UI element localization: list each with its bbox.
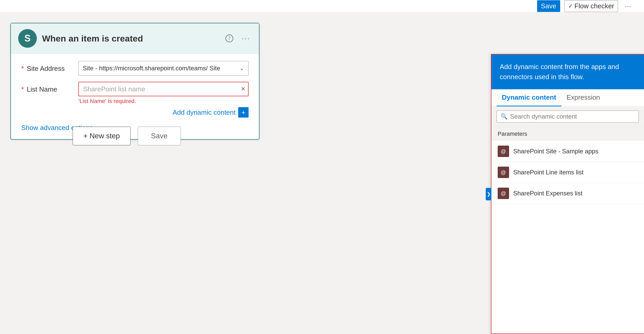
flow-checker-label: Flow checker [574, 2, 614, 10]
search-icon: 🔍 [501, 113, 508, 120]
list-item[interactable]: @ SharePoint Site - Sample apps [491, 141, 644, 162]
help-button[interactable]: ? [224, 33, 235, 44]
param-label-1: SharePoint Line items list [513, 169, 584, 176]
flow-card: S When an item is created ? ··· * [10, 23, 259, 140]
panel-content: Parameters @ SharePoint Site - Sample ap… [491, 127, 644, 333]
card-title: When an item is created [42, 33, 218, 44]
save-button[interactable]: Save [537, 0, 560, 12]
dynamic-content-panel: ❯ Add dynamic content from the apps and … [491, 54, 644, 334]
site-address-control: Site - https://microsoft.sharepoint.com/… [78, 61, 249, 76]
more-icon: ··· [625, 2, 631, 10]
list-name-row: * List Name ✕ 'List Name' is required. A… [21, 82, 249, 118]
tab-expression[interactable]: Expression [561, 89, 605, 106]
list-name-input[interactable] [78, 82, 249, 96]
search-bar: 🔍 [491, 106, 644, 127]
site-address-dropdown[interactable]: Site - https://microsoft.sharepoint.com/… [78, 61, 249, 76]
site-address-row: * Site Address Site - https://microsoft.… [21, 61, 249, 76]
search-input-wrap: 🔍 [497, 111, 639, 122]
top-bar: Save ✓ Flow checker ··· [0, 0, 644, 12]
panel-header-text: Add dynamic content from the apps and co… [500, 63, 619, 81]
list-name-control: ✕ 'List Name' is required. Add dynamic c… [78, 82, 249, 118]
flow-checker-button[interactable]: ✓ Flow checker [564, 0, 618, 12]
parameters-section-header: Parameters [491, 127, 644, 141]
card-body: * Site Address Site - https://microsoft.… [11, 54, 259, 139]
site-address-value: Site - https://microsoft.sharepoint.com/… [83, 65, 220, 72]
collapse-panel-button[interactable]: ❯ [486, 188, 491, 200]
bottom-save-button[interactable]: Save [138, 127, 181, 145]
card-header-actions: ? ··· [224, 33, 252, 44]
svg-text:?: ? [228, 36, 230, 41]
param-icon-2: @ [498, 188, 509, 199]
sharepoint-icon: S [18, 29, 37, 48]
search-dynamic-content-input[interactable] [510, 113, 635, 120]
save-label: Save [541, 2, 556, 10]
panel-header: Add dynamic content from the apps and co… [491, 54, 644, 89]
list-name-input-wrap: ✕ [78, 82, 249, 96]
action-row: + New step Save [73, 127, 181, 145]
chevron-down-icon: ⌄ [239, 65, 244, 72]
chevron-right-icon: ❯ [487, 191, 491, 197]
list-item[interactable]: @ SharePoint Line items list [491, 162, 644, 183]
new-step-button[interactable]: + New step [73, 127, 131, 145]
clear-list-name-button[interactable]: ✕ [241, 86, 245, 92]
param-label-2: SharePoint Expenses list [513, 190, 583, 197]
tab-dynamic-content[interactable]: Dynamic content [497, 89, 561, 106]
card-more-button[interactable]: ··· [240, 33, 252, 44]
list-name-label: * List Name [21, 82, 73, 93]
dynamic-content-link-row: Add dynamic content + [78, 107, 249, 118]
param-label-0: SharePoint Site - Sample apps [513, 148, 598, 155]
panel-tabs: Dynamic content Expression [491, 89, 644, 106]
list-item[interactable]: @ SharePoint Expenses list [491, 183, 644, 204]
param-icon-0: @ [498, 146, 509, 157]
param-icon-1: @ [498, 167, 509, 178]
more-options-button[interactable]: ··· [622, 1, 634, 12]
add-dynamic-content-link[interactable]: Add dynamic content [173, 108, 236, 117]
canvas: S When an item is created ? ··· * [0, 12, 644, 334]
add-dynamic-content-plus-button[interactable]: + [238, 107, 249, 118]
site-address-label: * Site Address [21, 61, 73, 73]
card-header: S When an item is created ? ··· [11, 23, 259, 54]
list-name-error: 'List Name' is required. [78, 98, 249, 105]
